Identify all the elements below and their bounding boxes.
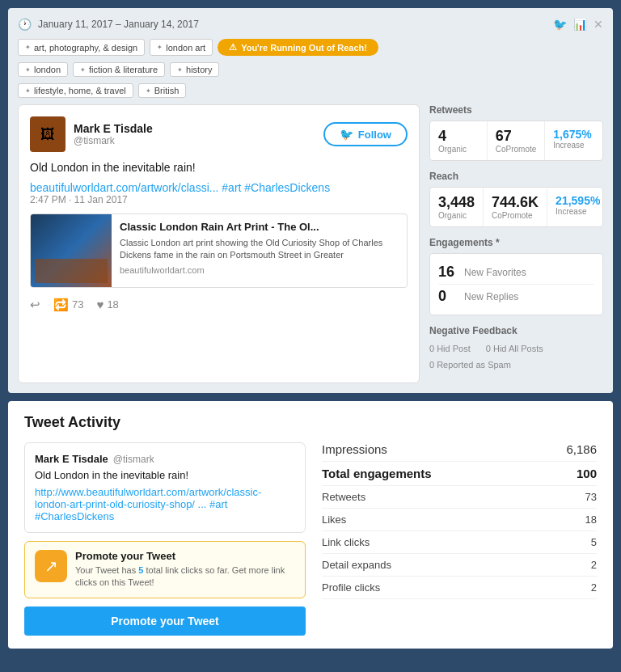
promote-link-count: 5	[138, 565, 143, 575]
retweet-copromote-value: 67	[496, 128, 537, 145]
reach-increase-label: Increase	[556, 207, 600, 216]
like-action[interactable]: ♥ 18	[96, 298, 118, 311]
retweet-increase-value: 1,675%	[553, 128, 594, 141]
follow-button[interactable]: 🐦 Follow	[323, 122, 408, 146]
retweets-metric-label: Retweets	[322, 491, 365, 503]
detail-expands-metric-value: 2	[591, 559, 597, 571]
total-engagements-value: 100	[577, 467, 597, 480]
user-handle: @tismark	[74, 135, 153, 146]
retweet-organic-cell: 4 Organic	[430, 121, 488, 160]
mini-tweet-header: Mark E Tisdale @tismark	[35, 453, 295, 465]
tweet-actions: ↩ 🔁 73 ♥ 18	[30, 298, 408, 312]
tag-london-art[interactable]: london art	[150, 39, 213, 56]
likes-metric-label: Likes	[322, 514, 346, 526]
retweets-grid: 4 Organic 67 CoPromote 1,675% Increase	[429, 120, 603, 161]
favorites-count: 16	[438, 264, 458, 281]
chart-icon[interactable]: 📊	[573, 18, 587, 31]
reach-copromote-cell: 744.6K CoPromote	[484, 188, 547, 226]
promote-icon-wrap: ↗	[35, 550, 67, 582]
tag-fiction[interactable]: fiction & literature	[73, 62, 165, 77]
impressions-label: Impressions	[322, 442, 387, 456]
retweets-title: Retweets	[429, 104, 603, 116]
favorites-row: 16 New Favorites	[438, 260, 594, 285]
link-preview-title: Classic London Rain Art Print - The Ol..…	[120, 221, 399, 233]
retweets-metric-row: Retweets 73	[322, 486, 597, 509]
retweet-action[interactable]: 🔁 73	[53, 298, 83, 312]
reach-organic-label: Organic	[438, 211, 475, 220]
tweet-link-text[interactable]: beautifulworldart.com/artwork/classi... …	[30, 181, 408, 194]
promote-text-area: Promote your Tweet Your Tweet has 5 tota…	[75, 550, 295, 590]
bottom-left: Mark E Tisdale @tismark Old London in th…	[24, 442, 306, 636]
user-info: Mark E Tisdale @tismark	[74, 122, 153, 146]
running-out-button[interactable]: You're Running Out of Reach!	[218, 39, 378, 56]
reply-action[interactable]: ↩	[30, 298, 40, 312]
link-clicks-metric-value: 5	[591, 536, 597, 548]
like-icon: ♥	[96, 298, 104, 311]
reach-title: Reach	[429, 171, 603, 182]
replies-label: New Replies	[464, 291, 518, 302]
total-engagements-label: Total engagements	[322, 467, 432, 480]
top-bar-actions: 🐦 📊 ✕	[553, 18, 603, 31]
link-preview[interactable]: Classic London Rain Art Print - The Ol..…	[30, 213, 408, 288]
avatar: 🖼	[30, 116, 65, 152]
engagements-box: 16 New Favorites 0 New Replies	[429, 253, 603, 315]
retweets-section: Retweets 4 Organic 67 CoPromote 1,675% I…	[429, 104, 603, 161]
close-icon[interactable]: ✕	[594, 18, 603, 31]
mini-tweet-card: Mark E Tisdale @tismark Old London in th…	[24, 442, 306, 533]
tag-british[interactable]: British	[138, 83, 187, 98]
date-range-bar: 🕐 January 11, 2017 – January 14, 2017	[18, 18, 553, 31]
link-preview-desc: Classic London art print showing the Old…	[120, 237, 399, 262]
reach-organic-cell: 3,448 Organic	[430, 188, 484, 226]
mini-user-name: Mark E Tisdale	[35, 453, 108, 465]
replies-row: 0 New Replies	[438, 285, 594, 308]
reported-spam: 0 Reported as Spam	[429, 360, 511, 370]
twitter-icon[interactable]: 🐦	[553, 18, 567, 31]
tag-london[interactable]: london	[18, 62, 68, 77]
promote-tweet-button[interactable]: Promote your Tweet	[24, 606, 306, 636]
bottom-split: Mark E Tisdale @tismark Old London in th…	[24, 442, 597, 636]
profile-clicks-metric-row: Profile clicks 2	[322, 577, 597, 599]
profile-clicks-metric-value: 2	[591, 581, 597, 594]
negative-feedback-content: 0 Hid Post 0 Hid All Posts 0 Reported as…	[429, 341, 603, 374]
link-preview-image	[31, 214, 112, 287]
tweet-user: 🖼 Mark E Tisdale @tismark	[30, 116, 153, 152]
impressions-row: Impressions 6,186	[322, 442, 597, 462]
likes-metric-value: 18	[585, 514, 597, 526]
date-range-text: January 11, 2017 – January 14, 2017	[38, 19, 199, 30]
retweet-organic-label: Organic	[438, 145, 479, 154]
mini-user-handle: @tismark	[113, 454, 154, 465]
retweet-increase-label: Increase	[553, 141, 594, 150]
tags-area-3: lifestyle, home, & travel British	[18, 83, 603, 98]
tweet-text: Old London in the inevitable rain!	[30, 160, 408, 176]
like-count: 18	[107, 298, 118, 311]
promote-description: Your Tweet has 5 total link clicks so fa…	[75, 564, 295, 590]
reach-increase-cell: 21,595% Increase	[547, 188, 608, 226]
tweet-time: 2:47 PM · 11 Jan 2017	[30, 194, 408, 205]
top-bar: 🕐 January 11, 2017 – January 14, 2017 🐦 …	[18, 18, 603, 31]
tag-art[interactable]: art, photography, & design	[18, 39, 145, 56]
detail-expands-metric-label: Detail expands	[322, 559, 391, 571]
user-name: Mark E Tisdale	[74, 122, 153, 135]
tag-history[interactable]: history	[170, 62, 219, 77]
total-engagements-row: Total engagements 100	[322, 462, 597, 486]
mini-tweet-text: Old London in the inevitable rain!	[35, 468, 295, 483]
top-card: 🕐 January 11, 2017 – January 14, 2017 🐦 …	[8, 8, 613, 393]
mini-tweet-link[interactable]: http://www.beautifulworldart.com/artwork…	[35, 486, 295, 522]
negative-feedback-title: Negative Feedback	[429, 325, 603, 336]
tags-area-2: london fiction & literature history	[18, 62, 603, 77]
engagements-title: Engagements *	[429, 237, 603, 248]
tags-area: art, photography, & design london art Yo…	[18, 39, 603, 56]
tag-lifestyle[interactable]: lifestyle, home, & travel	[18, 83, 133, 98]
retweets-metric-value: 73	[585, 491, 597, 503]
reach-grid: 3,448 Organic 744.6K CoPromote 21,595% I…	[429, 187, 603, 227]
retweet-copromote-cell: 67 CoPromote	[488, 121, 546, 160]
favorites-label: New Favorites	[464, 267, 526, 278]
replies-count: 0	[438, 288, 458, 305]
retweet-organic-value: 4	[438, 128, 479, 145]
hid-all-posts: 0 Hid All Posts	[486, 344, 543, 353]
bottom-right: Impressions 6,186 Total engagements 100 …	[322, 442, 597, 636]
tweet-card: 🖼 Mark E Tisdale @tismark 🐦 Follow Old L…	[18, 104, 420, 383]
promote-box: ↗ Promote your Tweet Your Tweet has 5 to…	[24, 541, 306, 598]
link-preview-content: Classic London Rain Art Print - The Ol..…	[112, 214, 407, 287]
stats-panel: Retweets 4 Organic 67 CoPromote 1,675% I…	[429, 104, 603, 383]
